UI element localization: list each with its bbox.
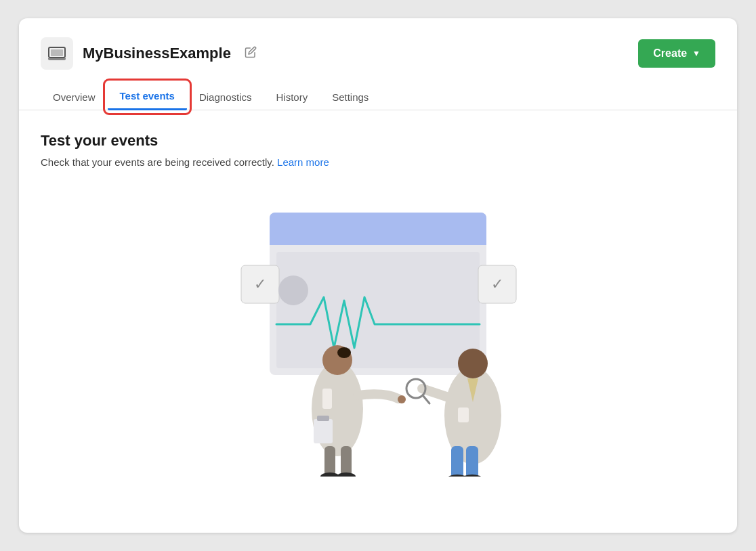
svg-point-10 <box>278 276 308 305</box>
svg-rect-19 <box>341 446 352 477</box>
header-left: MyBusinessExample <box>41 37 257 70</box>
svg-rect-17 <box>317 416 329 421</box>
tab-overview[interactable]: Overview <box>41 85 108 110</box>
illustration-area: ✓ ✓ <box>41 192 715 477</box>
svg-point-27 <box>462 475 482 477</box>
tab-diagnostics[interactable]: Diagnostics <box>187 85 264 110</box>
create-label: Create <box>653 47 687 60</box>
svg-rect-24 <box>451 446 463 477</box>
chevron-down-icon: ▼ <box>692 49 700 58</box>
create-button[interactable]: Create ▼ <box>638 39 715 68</box>
app-name: MyBusinessExample <box>83 45 231 62</box>
main-content: Test your events Check that your events … <box>19 110 737 477</box>
svg-point-21 <box>337 472 356 477</box>
tab-history[interactable]: History <box>264 85 320 110</box>
edit-icon[interactable] <box>245 46 257 61</box>
svg-point-23 <box>458 349 488 378</box>
tab-settings[interactable]: Settings <box>320 85 381 110</box>
svg-point-15 <box>398 395 406 403</box>
svg-rect-4 <box>270 234 486 245</box>
svg-rect-14 <box>322 389 332 409</box>
svg-rect-5 <box>276 252 480 368</box>
svg-rect-30 <box>458 407 469 422</box>
svg-rect-18 <box>324 446 335 477</box>
tab-test-events[interactable]: Test events <box>108 83 187 110</box>
header: MyBusinessExample Create ▼ <box>19 18 737 70</box>
app-logo-icon <box>41 37 73 70</box>
test-events-illustration: ✓ ✓ <box>141 192 615 477</box>
svg-point-20 <box>320 472 339 477</box>
navigation: Overview Test events Diagnostics History… <box>19 83 737 110</box>
page-description: Check that your events are being receive… <box>41 156 715 168</box>
page-title: Test your events <box>41 132 715 150</box>
svg-text:✓: ✓ <box>254 276 266 292</box>
svg-rect-1 <box>51 49 63 56</box>
laptop-icon <box>48 45 66 62</box>
svg-text:✓: ✓ <box>491 276 503 292</box>
svg-point-13 <box>337 347 351 358</box>
main-card: MyBusinessExample Create ▼ Overview Test… <box>19 18 737 533</box>
svg-rect-16 <box>314 419 333 443</box>
svg-rect-25 <box>466 446 478 477</box>
learn-more-link[interactable]: Learn more <box>277 156 329 168</box>
svg-line-29 <box>423 395 429 403</box>
